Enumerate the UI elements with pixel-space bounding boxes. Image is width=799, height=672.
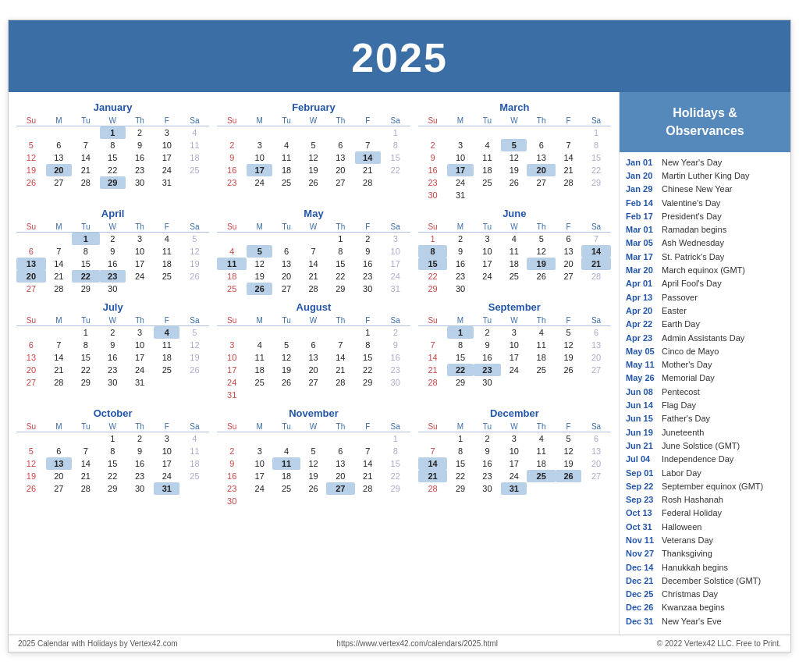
holiday-item: Dec 25Christmas Day (626, 588, 784, 601)
day-cell: 13 (581, 445, 611, 457)
day-cell: 23 (100, 270, 126, 283)
holiday-name: April Fool's Day (662, 278, 722, 289)
day-cell: 25 (501, 270, 527, 283)
month-table: SuMTuWThFSa12345678910111213141516171819… (418, 315, 611, 389)
day-header: M (46, 116, 72, 126)
month-table: SuMTuWThFSa12345678910111213141516171819… (16, 116, 209, 189)
holiday-date: Mar 20 (626, 265, 657, 276)
holiday-date: Jun 19 (626, 427, 657, 438)
day-cell: 22 (381, 164, 410, 176)
holiday-item: Jan 01New Year's Day (626, 155, 784, 169)
day-cell: 3 (501, 326, 527, 340)
month-december: DecemberSuMTuWThFSa123456789101112131415… (418, 407, 611, 507)
day-cell: 7 (355, 445, 381, 457)
day-header: Su (16, 315, 46, 326)
day-header: M (247, 421, 272, 432)
day-cell: 4 (527, 432, 555, 446)
day-header: Tu (72, 222, 100, 233)
day-cell: 21 (355, 470, 381, 482)
day-header: F (154, 315, 179, 326)
day-cell: 17 (154, 457, 179, 470)
day-cell: 9 (100, 339, 126, 351)
day-cell: 7 (418, 339, 448, 351)
month-title: October (16, 407, 209, 419)
day-cell: 2 (447, 233, 473, 246)
day-cell: 2 (418, 139, 448, 151)
day-header: Th (326, 315, 354, 326)
day-cell: 26 (527, 270, 555, 283)
day-header: Sa (381, 116, 410, 126)
day-cell: 18 (179, 151, 209, 164)
day-cell: 29 (581, 176, 611, 189)
day-cell (418, 126, 448, 140)
holiday-item: May 05Cinco de Mayo (626, 344, 784, 357)
day-cell: 19 (272, 364, 300, 376)
day-cell: 5 (501, 139, 527, 151)
day-cell: 14 (46, 351, 72, 364)
day-header: W (300, 315, 326, 326)
day-cell: 2 (474, 432, 502, 446)
day-cell: 15 (326, 258, 354, 270)
day-header: Su (217, 421, 247, 432)
day-header: Sa (381, 222, 410, 233)
month-table: SuMTuWThFSa12345678910111213141516171819… (217, 116, 410, 189)
month-table: SuMTuWThFSa12345678910111213141516171819… (418, 116, 611, 201)
day-header: Sa (381, 315, 410, 326)
day-cell (272, 126, 300, 140)
day-cell: 20 (581, 457, 611, 470)
day-cell: 19 (556, 457, 581, 470)
day-header: F (154, 421, 179, 432)
day-cell (46, 233, 72, 246)
holiday-date: Dec 21 (626, 575, 657, 586)
day-cell: 13 (527, 151, 555, 164)
holiday-item: Feb 17President's Day (626, 209, 784, 222)
day-cell: 14 (326, 351, 354, 364)
day-cell: 22 (72, 364, 100, 376)
day-cell: 12 (556, 339, 581, 351)
day-cell: 15 (355, 351, 381, 364)
day-header: Sa (581, 315, 611, 326)
day-cell (527, 283, 555, 295)
day-cell (474, 189, 502, 201)
holiday-item: Dec 26Kwanzaa begins (626, 601, 784, 614)
day-cell: 26 (16, 176, 46, 189)
day-cell (556, 376, 581, 389)
day-cell: 19 (300, 470, 326, 482)
day-cell: 20 (300, 364, 326, 376)
day-cell: 18 (217, 270, 247, 283)
day-cell: 2 (217, 139, 247, 151)
day-header: W (501, 116, 527, 126)
holiday-item: Jun 14Flag Day (626, 399, 784, 412)
day-cell (16, 326, 46, 340)
day-cell: 12 (556, 445, 581, 457)
day-header: Th (126, 421, 154, 432)
day-header: Tu (272, 116, 300, 126)
day-cell: 13 (581, 339, 611, 351)
day-cell: 3 (474, 233, 502, 246)
year-header: 2025 (9, 20, 790, 92)
holiday-date: Jan 29 (626, 183, 657, 194)
day-cell (326, 432, 354, 446)
holiday-name: Flag Day (662, 400, 696, 411)
day-cell: 6 (16, 339, 46, 351)
day-cell: 6 (527, 139, 555, 151)
holiday-item: Sep 01Labor Day (626, 466, 784, 479)
day-cell: 24 (501, 364, 527, 376)
holiday-date: Apr 13 (626, 292, 657, 303)
holiday-date: Dec 26 (626, 602, 657, 613)
day-cell: 22 (100, 164, 126, 176)
holiday-item: Dec 21December Solstice (GMT) (626, 574, 784, 587)
day-cell: 14 (300, 258, 326, 270)
day-cell: 28 (581, 270, 611, 283)
holiday-date: Mar 17 (626, 251, 657, 262)
day-cell: 26 (556, 364, 581, 376)
day-cell: 7 (72, 445, 100, 457)
day-cell: 27 (300, 376, 326, 389)
day-cell: 5 (300, 445, 326, 457)
holiday-item: Apr 01April Fool's Day (626, 277, 784, 290)
day-cell: 19 (16, 164, 46, 176)
day-header: F (355, 222, 381, 233)
day-cell (247, 326, 272, 340)
day-cell: 17 (247, 164, 272, 176)
holiday-name: Labor Day (662, 468, 701, 478)
